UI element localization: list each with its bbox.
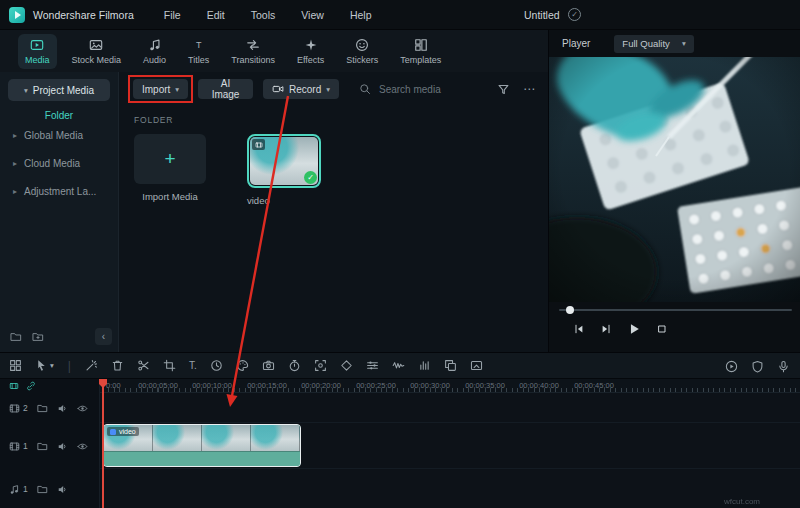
sidebar-item-cloud-media[interactable]: ▸Cloud Media (0, 149, 118, 177)
quality-dropdown[interactable]: Full Quality ▾ (614, 35, 693, 53)
clip-label-chip: video (107, 427, 139, 436)
sidebar-item-adjustment-layer[interactable]: ▸Adjustment La... (0, 177, 118, 205)
tab-stickers[interactable]: Stickers (339, 34, 385, 69)
tab-transitions[interactable]: Transitions (224, 34, 282, 69)
keyframe-button[interactable] (340, 359, 353, 372)
preview-scrubber[interactable] (559, 305, 792, 315)
pan-zoom-button[interactable] (470, 359, 483, 372)
import-media-tile[interactable]: + (134, 134, 206, 184)
select-tool-button[interactable]: ▾ (35, 359, 54, 372)
menu-edit[interactable]: Edit (207, 9, 225, 21)
playhead[interactable] (102, 379, 104, 508)
tab-audio[interactable]: Audio (136, 34, 173, 69)
new-folder-icon[interactable] (32, 331, 44, 343)
speaker-icon[interactable] (57, 441, 68, 452)
music-note-icon (9, 484, 20, 495)
sidebar-footer (10, 331, 44, 343)
record-button[interactable]: Record ▾ (263, 79, 339, 99)
stock-media-icon (89, 38, 103, 52)
caret-down-icon: ▾ (24, 86, 28, 95)
tab-stock-media[interactable]: Stock Media (65, 34, 129, 69)
split-button[interactable] (137, 359, 150, 372)
film-strip-icon[interactable] (9, 381, 19, 391)
menu-file[interactable]: File (164, 9, 181, 21)
menu-view[interactable]: View (301, 9, 324, 21)
render-preview-button[interactable] (725, 360, 738, 373)
video-track-1[interactable]: video (100, 423, 800, 469)
menubar: Wondershare Filmora File Edit Tools View… (0, 0, 800, 30)
play-button[interactable] (627, 322, 641, 336)
palette-icon (236, 359, 249, 372)
folder-section-label: FOLDER (134, 115, 548, 125)
snapshot-button[interactable] (262, 359, 275, 372)
video-clip[interactable]: video (103, 424, 301, 467)
folder-icon[interactable] (10, 331, 22, 343)
video-media-tile[interactable]: ✓ (247, 134, 321, 188)
video-track-1-header: 1 (0, 423, 99, 469)
speed-button[interactable] (210, 359, 223, 372)
media-type-icon (252, 139, 265, 150)
text-tool-button[interactable]: T. (189, 359, 197, 372)
stop-icon (656, 323, 668, 335)
timeline-ruler[interactable]: 0:00 00:00:05:00 00:00:10:00 00:00:15:00… (100, 379, 800, 393)
video-track-2[interactable] (100, 393, 800, 423)
media-view-toggle-button[interactable] (9, 359, 22, 372)
video-label: video (247, 195, 321, 206)
magic-tools-button[interactable] (85, 359, 98, 372)
play-icon (627, 322, 641, 336)
search-media-box[interactable] (359, 83, 487, 96)
duration-button[interactable] (288, 359, 301, 372)
menu-tools[interactable]: Tools (251, 9, 276, 21)
menu-help[interactable]: Help (350, 9, 372, 21)
media-library-panel: Import ▾ AI Image Record ▾ ⋯ (118, 72, 548, 352)
collapse-sidebar-button[interactable]: ‹ (95, 328, 112, 345)
scrubber-handle[interactable] (566, 306, 574, 314)
voiceover-button[interactable] (777, 360, 790, 373)
folder-icon[interactable] (37, 441, 48, 452)
audio-track-1[interactable] (100, 469, 800, 508)
tab-effects[interactable]: Effects (290, 34, 331, 69)
filter-icon[interactable] (497, 83, 510, 96)
tab-templates[interactable]: Templates (393, 34, 448, 69)
prev-frame-button[interactable] (573, 323, 585, 335)
templates-icon (414, 38, 428, 52)
caret-down-icon: ▾ (175, 85, 179, 94)
ai-image-button[interactable]: AI Image (198, 79, 253, 99)
play-circle-icon (725, 360, 738, 373)
project-media-button[interactable]: ▾ Project Media (8, 79, 110, 101)
folder-icon[interactable] (37, 484, 48, 495)
timeline-section: ▾ | T. (0, 352, 800, 508)
delete-button[interactable] (111, 359, 124, 372)
plus-icon: + (164, 148, 175, 170)
search-input[interactable] (377, 83, 487, 96)
folder-icon[interactable] (37, 403, 48, 414)
eye-icon[interactable] (77, 403, 88, 414)
link-icon[interactable] (26, 381, 36, 391)
eye-icon[interactable] (77, 441, 88, 452)
audio-mixer-button[interactable] (418, 359, 431, 372)
tab-titles[interactable]: TTitles (181, 34, 216, 69)
speaker-icon[interactable] (57, 484, 68, 495)
media-toolbar: Import ▾ AI Image Record ▾ ⋯ (119, 72, 548, 99)
more-options-icon[interactable]: ⋯ (523, 84, 536, 94)
adjustment-button[interactable] (366, 359, 379, 372)
copy-button[interactable] (444, 359, 457, 372)
next-frame-button[interactable] (600, 323, 612, 335)
copy-icon (444, 359, 457, 372)
color-button[interactable] (236, 359, 249, 372)
crop-button[interactable] (163, 359, 176, 372)
track-number: 2 (23, 403, 28, 413)
auto-reframe-button[interactable] (314, 359, 327, 372)
transitions-icon (246, 38, 260, 52)
speaker-icon[interactable] (57, 403, 68, 414)
film-icon (255, 141, 263, 149)
audio-denoise-button[interactable] (392, 359, 405, 372)
stop-button[interactable] (656, 323, 668, 335)
import-button[interactable]: Import ▾ (133, 79, 188, 99)
sidebar-item-folder[interactable]: Folder (0, 110, 118, 121)
media-icon (30, 38, 44, 52)
media-protect-button[interactable] (751, 360, 764, 373)
film-icon (9, 403, 20, 414)
sidebar-item-global-media[interactable]: ▸Global Media (0, 121, 118, 149)
tab-media[interactable]: Media (18, 34, 57, 69)
